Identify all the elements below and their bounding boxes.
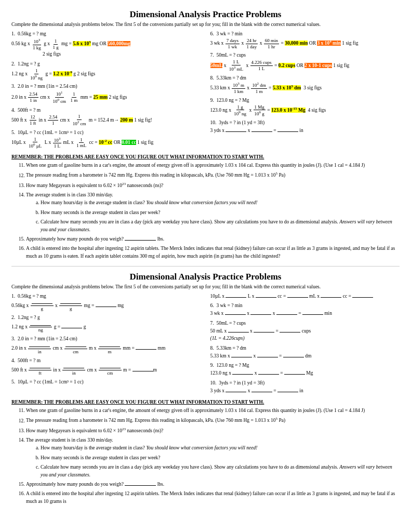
b-wp-12: The pressure reading from a barometer is… <box>26 416 400 424</box>
b-wp-16: A child is entered into the hospital aft… <box>26 490 400 506</box>
b-prob8-work: 5.33 km x x = dm <box>210 353 312 358</box>
problems-grid-2: 1. 0.56kg = ? mg 0.56kg x g x g mg = mg … <box>11 292 400 397</box>
prob1-label: 1. 0.56kg = ? mg <box>11 31 46 36</box>
wp-14c: Calculate how many seconds you are in cl… <box>41 218 400 234</box>
problem-10: 10. 3yds = ? in (1 yd = 3ft) 3 yds x x =… <box>210 119 400 134</box>
b-prob5-label: 5. 10µL = ? cc (1mL = 1cm³ = 1 cc) <box>11 379 84 384</box>
right-column-2: 10µL x L x cc = mL x cc = 6. 3 wk = ? mi… <box>210 292 400 397</box>
prob4-work: 500 ft x 121 ft in x 2.541 cm x 1102 cm … <box>11 117 152 123</box>
problem-1: 1. 0.56kg = ? mg 0.56 kg x 1031 kg g x 1… <box>11 30 201 58</box>
b-problem-6: 6. 3 wk = ? min 3 wk x x x = min <box>210 302 400 317</box>
b-problem-5: 5. 10µL = ? cc (1mL = 1cm³ = 1 cc) <box>11 378 201 386</box>
wp-14a: How many hours/day is the average studen… <box>41 199 400 207</box>
b-prob3-label: 3. 2.0 in = ? mm (1in = 2.54 cm) <box>11 336 77 341</box>
prob5-work: 10µL x 1106 µL L x 1031 L mL x 11 mL cc … <box>11 140 153 145</box>
b-wp-14a: How many hours/day is the average studen… <box>41 444 400 452</box>
b-problem-2: 2. 1.2ng = ? g 1.2 ng x ng g = g <box>11 314 201 333</box>
b-prob4-work: 500 ft x ft in x in cm x cm m = m <box>11 367 157 373</box>
b-prob2-label: 2. 1.2ng = ? g <box>11 315 40 320</box>
b-wp-14c: Calculate how many seconds you are in cl… <box>41 463 400 479</box>
b-prob10-top: 10µL x L x cc = mL x cc = <box>210 294 374 299</box>
prob6-label: 6. 3 wk = ? min <box>210 31 243 36</box>
wp-11: When one gram of gasoline burns in a car… <box>26 162 400 169</box>
problem-6: 6. 3 wk = ? min 3 wk x 7 days1 wk x 24 h… <box>210 30 400 49</box>
b-prob1-work: 0.56kg x g x g mg = mg <box>11 303 124 308</box>
wp-14b: How many seconds is the average student … <box>41 209 400 217</box>
instructions-1: Complete the dimensional analysis proble… <box>11 22 400 27</box>
prob3-work: 2.0 in x 2.541 in cm x 101100 cm 11 m mm… <box>11 95 127 100</box>
wp-13: How many Megayears is equivalent to 6.02… <box>26 181 400 190</box>
prob4-label: 4. 500ft = ? m <box>11 108 41 113</box>
wp-15: Approximately how many pounds do you wei… <box>26 235 400 243</box>
b-prob10-label: 10. 3yds = ? in (1 yd = 3ft) <box>210 380 265 385</box>
problem-7: 7. 50mL = ? cups 50mL x 1 L103 mL x 4.22… <box>210 51 400 72</box>
b-problem-7: 7. 50mL = ? cups 50 mL x x = cups (1L = … <box>210 320 400 342</box>
page-title-2: Dimensional Analysis Practice Problems <box>11 272 400 282</box>
prob5-label: 5. 10µL = ? cc (1mL = 1cm³ = 1 cc) <box>11 130 84 135</box>
problem-2: 2. 1.2ng = ? g 1.2 ng x 1109 ng g = 1.2 … <box>11 60 201 81</box>
b-prob7-label: 7. 50mL = ? cups <box>210 321 246 326</box>
b-prob9-label: 9. 123.0 ng = ? Mg <box>210 363 249 368</box>
b-prob9-work: 123.0 ng x x = Mg <box>210 370 313 376</box>
page-2: Dimensional Analysis Practice Problems C… <box>11 272 400 506</box>
wp-16: A child is entered into the hospital aft… <box>26 245 400 260</box>
b-wp-14: The average student is in class 330 min/… <box>26 436 400 479</box>
page-divider <box>11 266 400 267</box>
prob7-work: 50mL x 1 L103 mL x 4.226 cups1 L = 0.2 c… <box>210 63 350 68</box>
word-problems-2: When one gram of gasoline burns in a car… <box>11 407 400 506</box>
problem-5: 5. 10µL = ? cc (1mL = 1cm³ = 1 cc) 10µL … <box>11 129 201 149</box>
remember-2: REMEMBER: THE PROBLEMS ARE EASY ONCE YOU… <box>11 400 400 405</box>
b-prob6-label: 6. 3 wk = ? min <box>210 303 243 308</box>
b-problem-3: 3. 2.0 in = ? mm (1in = 2.54 cm) 2.0 in … <box>11 335 201 354</box>
b-wp-11: When one gram of gasoline burns in a car… <box>26 407 400 415</box>
prob2-label: 2. 1.2ng = ? g <box>11 61 40 66</box>
wp-12: The pressure reading from a barometer is… <box>26 171 400 179</box>
prob8-work: 5.33 km x 103 m1 km x 102 dm1 m = 5.33 x… <box>210 85 322 90</box>
b-prob8-label: 8. 5.33km = ? dm <box>210 345 246 351</box>
prob2-work: 1.2 ng x 1109 ng g = 1.2 x 10-9 g 2 sig … <box>11 71 95 76</box>
prob1-sigfigs: 2 sig figs <box>43 51 61 57</box>
b-problem-1: 1. 0.56kg = ? mg 0.56kg x g x g mg = mg <box>11 292 201 312</box>
left-column-2: 1. 0.56kg = ? mg 0.56kg x g x g mg = mg … <box>11 292 201 397</box>
problem-4: 4. 500ft = ? m 500 ft x 121 ft in x 2.54… <box>11 107 201 127</box>
b-problem-10-top: 10µL x L x cc = mL x cc = <box>210 292 400 300</box>
problem-3: 3. 2.0 in = ? mm (1in = 2.54 cm) 2.0 in … <box>11 83 201 104</box>
instructions-2: Complete the dimensional analysis proble… <box>11 284 400 289</box>
prob7-label: 7. 50mL = ? cups <box>210 52 246 58</box>
remember-1: REMEMBER: THE PROBLEMS ARE EASY ONCE YOU… <box>11 154 400 159</box>
b-wp-15: Approximately how many pounds do you wei… <box>26 481 400 488</box>
prob9-work: 123.0 ng x 1 g109 ng x 1 Mg106 g = 123.0… <box>210 108 326 113</box>
b-problem-9: 9. 123.0 ng = ? Mg 123.0 ng x x = Mg <box>210 362 400 377</box>
b-prob2-work: 1.2 ng x ng g = g <box>11 324 86 329</box>
problem-8: 8. 5.33km = ? dm 5.33 km x 103 m1 km x 1… <box>210 74 400 95</box>
prob9-label: 9. 123.0 ng = ? Mg <box>210 98 249 103</box>
prob3-label: 3. 2.0 in = ? mm (1in = 2.54 cm) <box>11 84 77 89</box>
b-wp-13: How many Megayears is equivalent to 6.02… <box>26 427 400 435</box>
problems-grid-1: 1. 0.56kg = ? mg 0.56 kg x 1031 kg g x 1… <box>11 30 400 151</box>
prob1-work: 0.56 kg x 1031 kg g x 11 g mg = 5.6 x 10… <box>11 41 130 46</box>
b-problem-8: 8. 5.33km = ? dm 5.33 km x x = dm <box>210 344 400 360</box>
word-problems-1: When one gram of gasoline burns in a car… <box>11 162 400 260</box>
b-prob7-work: 50 mL x x = cups (1L = 4.226cups) <box>210 328 311 341</box>
prob8-label: 8. 5.33km = ? dm <box>210 75 246 81</box>
page-title-1: Dimensional Analysis Practice Problems <box>11 9 400 20</box>
b-prob3-work: 2.0 in x in cm x cm m x m mm = mm <box>11 345 165 351</box>
problem-9: 9. 123.0 ng = ? Mg 123.0 ng x 1 g109 ng … <box>210 97 400 117</box>
b-prob6-work: 3 wk x x x = min <box>210 311 333 316</box>
right-column-1: 6. 3 wk = ? min 3 wk x 7 days1 wk x 24 h… <box>210 30 400 151</box>
prob10-work: 3 yds x x = in <box>210 128 303 133</box>
page-1: Dimensional Analysis Practice Problems C… <box>11 9 400 261</box>
prob6-work: 3 wk x 7 days1 wk x 24 hr1 day x 60 min1… <box>210 41 359 46</box>
wp-14: The average student is in class 330 min/… <box>26 191 400 234</box>
b-prob4-label: 4. 500ft = ? m <box>11 358 41 363</box>
b-prob1-label: 1. 0.56kg = ? mg <box>11 294 46 299</box>
b-problem-4: 4. 500ft = ? m 500 ft x ft in x in cm x … <box>11 357 201 376</box>
b-wp-14b: How many seconds is the average student … <box>41 454 400 462</box>
b-prob10-work: 3 yds x x = in <box>210 388 303 393</box>
left-column-1: 1. 0.56kg = ? mg 0.56 kg x 1031 kg g x 1… <box>11 30 201 151</box>
prob10-label: 10. 3yds = ? in (1 yd = 3ft) <box>210 120 265 125</box>
b-problem-10: 10. 3yds = ? in (1 yd = 3ft) 3 yds x x =… <box>210 379 400 394</box>
